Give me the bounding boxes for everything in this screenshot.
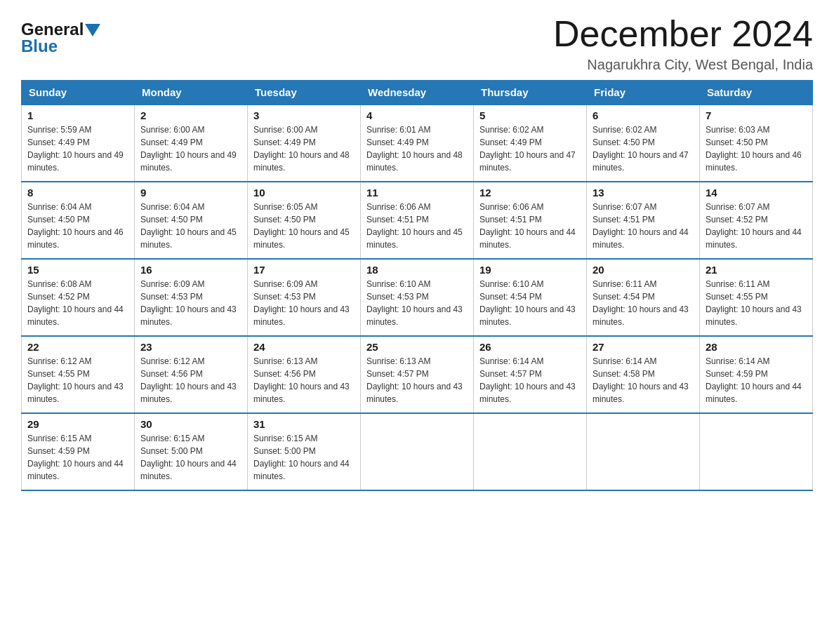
day-info: Sunrise: 6:14 AM Sunset: 4:58 PM Dayligh… [593,355,694,405]
location-subtitle: Nagarukhra City, West Bengal, India [553,57,813,73]
header-wednesday: Wednesday [361,81,474,105]
calendar-cell: 27 Sunrise: 6:14 AM Sunset: 4:58 PM Dayl… [587,336,700,413]
day-info: Sunrise: 5:59 AM Sunset: 4:49 PM Dayligh… [27,123,128,174]
logo-blue-text: Blue [21,36,58,56]
day-number: 19 [479,264,581,276]
calendar-week-4: 22 Sunrise: 6:12 AM Sunset: 4:55 PM Dayl… [22,336,813,413]
calendar-cell: 25 Sunrise: 6:13 AM Sunset: 4:57 PM Dayl… [361,336,474,413]
calendar-cell: 11 Sunrise: 6:06 AM Sunset: 4:51 PM Dayl… [361,182,474,259]
day-info: Sunrise: 6:02 AM Sunset: 4:49 PM Dayligh… [479,123,581,174]
day-number: 25 [366,341,468,353]
day-number: 10 [253,187,355,199]
calendar-cell: 5 Sunrise: 6:02 AM Sunset: 4:49 PM Dayli… [474,105,587,182]
logo-triangle-icon [85,24,100,36]
day-number: 8 [27,187,128,199]
day-number: 11 [366,187,468,199]
day-info: Sunrise: 6:15 AM Sunset: 4:59 PM Dayligh… [27,432,128,483]
calendar-title: December 2024 [553,14,813,54]
calendar-cell: 24 Sunrise: 6:13 AM Sunset: 4:56 PM Dayl… [248,336,361,413]
day-info: Sunrise: 6:10 AM Sunset: 4:53 PM Dayligh… [366,278,468,328]
calendar-cell: 16 Sunrise: 6:09 AM Sunset: 4:53 PM Dayl… [135,259,248,336]
day-info: Sunrise: 6:07 AM Sunset: 4:52 PM Dayligh… [706,201,807,251]
day-number: 31 [253,418,355,430]
calendar-cell: 15 Sunrise: 6:08 AM Sunset: 4:52 PM Dayl… [22,259,135,336]
calendar-week-3: 15 Sunrise: 6:08 AM Sunset: 4:52 PM Dayl… [22,259,813,336]
day-info: Sunrise: 6:10 AM Sunset: 4:54 PM Dayligh… [479,278,581,328]
day-number: 6 [593,109,694,121]
calendar-cell: 19 Sunrise: 6:10 AM Sunset: 4:54 PM Dayl… [474,259,587,336]
day-number: 4 [366,109,468,121]
day-number: 7 [706,109,807,121]
day-number: 24 [253,341,355,353]
calendar-cell: 6 Sunrise: 6:02 AM Sunset: 4:50 PM Dayli… [587,105,700,182]
calendar-cell: 31 Sunrise: 6:15 AM Sunset: 5:00 PM Dayl… [248,413,361,490]
calendar-cell: 20 Sunrise: 6:11 AM Sunset: 4:54 PM Dayl… [587,259,700,336]
calendar-cell: 14 Sunrise: 6:07 AM Sunset: 4:52 PM Dayl… [700,182,813,259]
day-number: 5 [479,109,581,121]
calendar-table: Sunday Monday Tuesday Wednesday Thursday… [21,80,813,491]
day-info: Sunrise: 6:04 AM Sunset: 4:50 PM Dayligh… [140,201,241,251]
day-info: Sunrise: 6:14 AM Sunset: 4:57 PM Dayligh… [479,355,581,405]
calendar-cell [587,413,700,490]
header-tuesday: Tuesday [248,81,361,105]
day-number: 15 [27,264,128,276]
day-number: 30 [140,418,241,430]
calendar-cell: 2 Sunrise: 6:00 AM Sunset: 4:49 PM Dayli… [135,105,248,182]
calendar-cell: 4 Sunrise: 6:01 AM Sunset: 4:49 PM Dayli… [361,105,474,182]
day-info: Sunrise: 6:13 AM Sunset: 4:56 PM Dayligh… [253,355,355,405]
header-saturday: Saturday [700,81,813,105]
day-info: Sunrise: 6:05 AM Sunset: 4:50 PM Dayligh… [253,201,355,251]
day-number: 3 [253,109,355,121]
calendar-cell: 10 Sunrise: 6:05 AM Sunset: 4:50 PM Dayl… [248,182,361,259]
day-info: Sunrise: 6:03 AM Sunset: 4:50 PM Dayligh… [706,123,807,174]
day-info: Sunrise: 6:13 AM Sunset: 4:57 PM Dayligh… [366,355,468,405]
calendar-cell: 13 Sunrise: 6:07 AM Sunset: 4:51 PM Dayl… [587,182,700,259]
day-info: Sunrise: 6:00 AM Sunset: 4:49 PM Dayligh… [253,123,355,174]
calendar-cell: 28 Sunrise: 6:14 AM Sunset: 4:59 PM Dayl… [700,336,813,413]
day-info: Sunrise: 6:01 AM Sunset: 4:49 PM Dayligh… [366,123,468,174]
day-info: Sunrise: 6:11 AM Sunset: 4:54 PM Dayligh… [593,278,694,328]
calendar-cell: 7 Sunrise: 6:03 AM Sunset: 4:50 PM Dayli… [700,105,813,182]
day-number: 21 [706,264,807,276]
day-info: Sunrise: 6:09 AM Sunset: 4:53 PM Dayligh… [253,278,355,328]
calendar-week-1: 1 Sunrise: 5:59 AM Sunset: 4:49 PM Dayli… [22,105,813,182]
day-number: 16 [140,264,241,276]
calendar-cell: 3 Sunrise: 6:00 AM Sunset: 4:49 PM Dayli… [248,105,361,182]
calendar-cell: 26 Sunrise: 6:14 AM Sunset: 4:57 PM Dayl… [474,336,587,413]
calendar-cell: 29 Sunrise: 6:15 AM Sunset: 4:59 PM Dayl… [22,413,135,490]
day-number: 28 [706,341,807,353]
day-number: 26 [479,341,581,353]
svg-marker-0 [85,24,100,36]
header-sunday: Sunday [22,81,135,105]
calendar-header-row: Sunday Monday Tuesday Wednesday Thursday… [22,81,813,105]
day-number: 9 [140,187,241,199]
day-info: Sunrise: 6:06 AM Sunset: 4:51 PM Dayligh… [366,201,468,251]
day-info: Sunrise: 6:00 AM Sunset: 4:49 PM Dayligh… [140,123,241,174]
logo: General Blue [21,14,100,56]
day-number: 12 [479,187,581,199]
header-thursday: Thursday [474,81,587,105]
day-info: Sunrise: 6:12 AM Sunset: 4:56 PM Dayligh… [140,355,241,405]
day-info: Sunrise: 6:11 AM Sunset: 4:55 PM Dayligh… [706,278,807,328]
day-number: 20 [593,264,694,276]
calendar-week-5: 29 Sunrise: 6:15 AM Sunset: 4:59 PM Dayl… [22,413,813,490]
day-info: Sunrise: 6:04 AM Sunset: 4:50 PM Dayligh… [27,201,128,251]
day-info: Sunrise: 6:15 AM Sunset: 5:00 PM Dayligh… [140,432,241,483]
day-number: 18 [366,264,468,276]
page-header: General Blue December 2024 Nagarukhra Ci… [21,14,813,73]
header-friday: Friday [587,81,700,105]
day-info: Sunrise: 6:12 AM Sunset: 4:55 PM Dayligh… [27,355,128,405]
day-number: 23 [140,341,241,353]
day-number: 29 [27,418,128,430]
day-number: 2 [140,109,241,121]
calendar-cell: 12 Sunrise: 6:06 AM Sunset: 4:51 PM Dayl… [474,182,587,259]
day-info: Sunrise: 6:06 AM Sunset: 4:51 PM Dayligh… [479,201,581,251]
calendar-cell: 1 Sunrise: 5:59 AM Sunset: 4:49 PM Dayli… [22,105,135,182]
day-number: 22 [27,341,128,353]
day-info: Sunrise: 6:02 AM Sunset: 4:50 PM Dayligh… [593,123,694,174]
calendar-cell: 18 Sunrise: 6:10 AM Sunset: 4:53 PM Dayl… [361,259,474,336]
day-number: 13 [593,187,694,199]
calendar-cell [474,413,587,490]
calendar-cell: 21 Sunrise: 6:11 AM Sunset: 4:55 PM Dayl… [700,259,813,336]
calendar-cell: 23 Sunrise: 6:12 AM Sunset: 4:56 PM Dayl… [135,336,248,413]
